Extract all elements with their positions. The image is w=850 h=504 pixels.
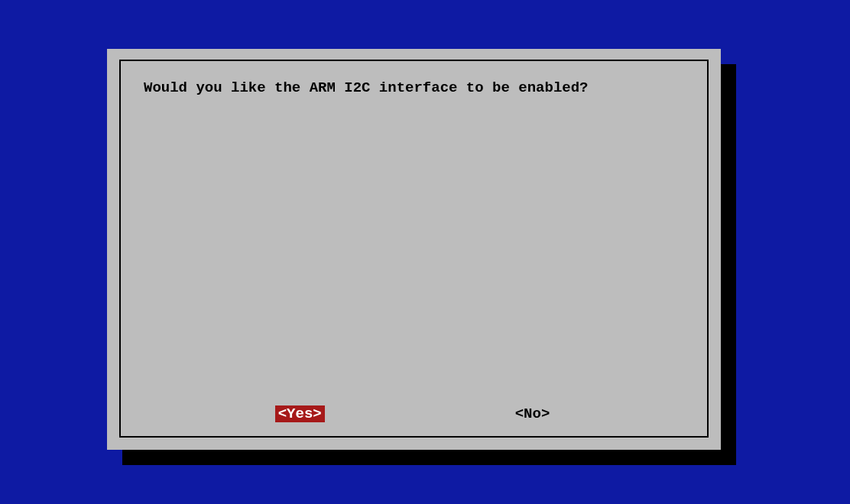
dialog-box: Would you like the ARM I2C interface to …	[107, 49, 721, 450]
dialog-message: Would you like the ARM I2C interface to …	[144, 78, 684, 99]
button-row: <Yes> <No>	[121, 405, 707, 422]
no-button[interactable]: <No>	[512, 405, 553, 422]
yes-button[interactable]: <Yes>	[275, 405, 325, 422]
dialog-inner: Would you like the ARM I2C interface to …	[119, 60, 709, 438]
